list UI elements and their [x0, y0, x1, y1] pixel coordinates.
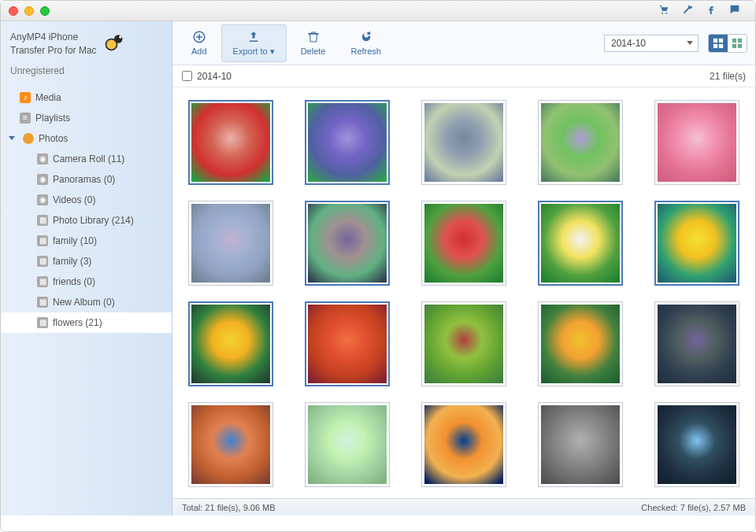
- thumbnail[interactable]: [305, 402, 390, 487]
- thumbnail-scroll[interactable]: [172, 87, 755, 498]
- maximize-window-button[interactable]: [40, 6, 50, 16]
- thumbnail[interactable]: [538, 100, 623, 185]
- sidebar-item-label: Photos: [39, 133, 68, 144]
- thumbnail[interactable]: [538, 402, 623, 487]
- sidebar-item-panoramas-0[interactable]: ◉Panoramas (0): [1, 169, 172, 190]
- sidebar-item-photos[interactable]: Photos: [1, 128, 172, 149]
- album-select[interactable]: 2014-10: [604, 35, 699, 52]
- select-all-checkbox[interactable]: [182, 71, 192, 81]
- close-window-button[interactable]: [9, 6, 18, 16]
- thumbnail[interactable]: [305, 301, 390, 386]
- sidebar-item-label: flowers (21): [53, 317, 102, 328]
- file-count: 21 file(s): [710, 71, 746, 82]
- thumbnail[interactable]: [421, 201, 506, 286]
- status-bar: Total: 21 file(s), 9.06 MB Checked: 7 fi…: [172, 498, 755, 515]
- thumbnail[interactable]: [188, 402, 273, 487]
- sidebar: AnyMP4 iPhone Transfer Pro for Mac Unreg…: [1, 21, 172, 515]
- thumbnail-image: [541, 204, 620, 283]
- thumbnail[interactable]: [305, 201, 390, 286]
- sidebar-item-camera-roll-11[interactable]: ◉Camera Roll (11): [1, 149, 172, 169]
- app-title-line2: Transfer Pro for Mac: [10, 44, 97, 57]
- sidebar-item-label: friends (0): [53, 276, 95, 287]
- window-controls: [9, 6, 50, 16]
- titlebar: [1, 1, 755, 21]
- sidebar-item-photo-library-214[interactable]: ▦Photo Library (214): [1, 210, 172, 231]
- breadcrumb-folder: 2014-10: [197, 71, 232, 82]
- thumbnail-image: [658, 204, 736, 283]
- sidebar-item-media[interactable]: ♪Media: [1, 87, 172, 108]
- thumbnail[interactable]: [421, 402, 506, 487]
- expand-caret-icon[interactable]: [9, 136, 15, 140]
- delete-button[interactable]: Delete: [290, 25, 337, 61]
- thumbnail[interactable]: [188, 100, 273, 185]
- main-panel: Add Export to ▾ Delete Refresh 2014-10: [172, 21, 755, 515]
- sidebar-item-label: Media: [35, 92, 61, 103]
- thumbnail[interactable]: [538, 201, 623, 286]
- thumbnail[interactable]: [188, 201, 273, 286]
- bee-icon: [103, 31, 125, 53]
- thumbnail-image: [424, 103, 503, 182]
- grid-view-button[interactable]: [709, 35, 728, 52]
- registration-status: Unregistered: [1, 65, 172, 83]
- sidebar-item-friends-0[interactable]: ▦friends (0): [1, 272, 172, 292]
- sidebar-item-label: family (10): [53, 235, 97, 246]
- thumbnail-grid: [182, 100, 746, 487]
- thumbnail-image: [191, 204, 270, 283]
- thumbnail-image: [541, 405, 620, 484]
- facebook-icon[interactable]: [705, 3, 717, 18]
- svg-rect-46: [191, 405, 270, 484]
- thumbnail-image: [658, 305, 736, 383]
- view-toggle: [708, 34, 747, 53]
- svg-rect-28: [308, 204, 387, 283]
- svg-rect-8: [719, 38, 723, 42]
- thumbnail[interactable]: [421, 100, 506, 185]
- thumbnail[interactable]: [421, 301, 506, 386]
- app-title-line1: AnyMP4 iPhone: [10, 31, 97, 44]
- svg-rect-36: [191, 305, 270, 383]
- sidebar-item-videos-0[interactable]: ◉Videos (0): [1, 190, 172, 210]
- svg-rect-54: [658, 405, 736, 484]
- export-button[interactable]: Export to ▾: [221, 24, 287, 62]
- minimize-window-button[interactable]: [24, 6, 34, 16]
- app-window: AnyMP4 iPhone Transfer Pro for Mac Unreg…: [0, 0, 756, 532]
- thumbnail-image: [191, 305, 270, 383]
- thumbnail-image: [424, 405, 503, 484]
- svg-rect-11: [732, 38, 736, 42]
- sidebar-item-label: New Album (0): [53, 297, 115, 308]
- sidebar-item-new-album-0[interactable]: ▦New Album (0): [1, 292, 172, 312]
- camera-icon: ◉: [37, 153, 48, 164]
- wrench-icon[interactable]: [681, 3, 694, 18]
- album-select-value: 2014-10: [611, 38, 646, 49]
- refresh-label: Refresh: [350, 46, 381, 56]
- svg-rect-14: [738, 43, 742, 47]
- svg-rect-7: [713, 38, 717, 42]
- thumbnail-image: [658, 405, 736, 484]
- add-button[interactable]: Add: [180, 25, 218, 61]
- status-total: Total: 21 file(s), 9.06 MB: [182, 503, 276, 512]
- img-icon: ▦: [37, 235, 48, 246]
- svg-rect-10: [719, 43, 723, 47]
- svg-rect-20: [424, 103, 503, 182]
- cart-icon[interactable]: [658, 3, 670, 18]
- sidebar-item-label: Photo Library (214): [53, 215, 134, 226]
- img-icon: ▦: [37, 297, 48, 308]
- thumbnail[interactable]: [538, 301, 623, 386]
- thumbnail[interactable]: [305, 100, 390, 185]
- sidebar-item-label: family (3): [53, 256, 91, 267]
- refresh-button[interactable]: Refresh: [339, 25, 392, 61]
- list-view-button[interactable]: [728, 35, 747, 52]
- sidebar-tree: ♪Media≡PlaylistsPhotos◉Camera Roll (11)◉…: [1, 83, 172, 338]
- sidebar-item-family-3[interactable]: ▦family (3): [1, 251, 172, 272]
- sidebar-item-playlists[interactable]: ≡Playlists: [1, 108, 172, 128]
- sidebar-item-flowers-21[interactable]: ▦flowers (21): [1, 312, 172, 333]
- img-icon: ▦: [37, 256, 48, 267]
- thumbnail[interactable]: [654, 201, 739, 286]
- thumbnail[interactable]: [654, 100, 739, 185]
- comment-icon[interactable]: [728, 3, 741, 18]
- thumbnail[interactable]: [654, 402, 739, 487]
- thumbnail[interactable]: [654, 301, 739, 386]
- thumbnail[interactable]: [188, 301, 273, 386]
- sidebar-item-family-10[interactable]: ▦family (10): [1, 231, 172, 251]
- thumbnail-image: [658, 103, 736, 182]
- svg-rect-26: [191, 204, 270, 283]
